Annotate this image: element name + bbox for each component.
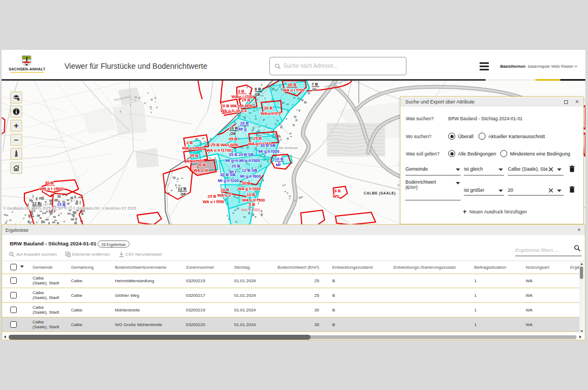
svg-text:CALBE (SAALE): CALBE (SAALE) [364,191,396,196]
svg-text:30 B: 30 B [45,180,54,185]
svg-text:GE: GE [180,192,186,197]
svg-text:MI g: MI g [238,127,247,132]
svg-text:WA o II f1700: WA o II f1700 [206,148,231,153]
svg-text:2 B: 2 B [186,140,193,145]
svg-text:12 B: 12 B [32,201,41,206]
svg-text:WS: WS [333,194,339,199]
svg-text:GI: GI [312,87,316,92]
svg-text:MI g≡II MI g II f300: MI g≡II MI g II f300 [225,158,260,163]
svg-text:WA o II -III 0.4: WA o II -III 0.4 [221,108,247,113]
svg-text:MI g II f300: MI g II f300 [259,149,279,154]
svg-text:25 B: 25 B [208,194,216,199]
svg-text:12 B: 12 B [178,186,186,191]
svg-text:WA g II f300: WA g II f300 [238,186,261,191]
svg-text:WR ö I ‡f600: WR ö I ‡f600 [40,186,64,191]
svg-text:20 B: 20 B [240,121,249,126]
svg-text:20 B: 20 B [221,187,229,192]
svg-text:WA II f850: WA II f850 [241,207,260,212]
svg-text:6 B: 6 B [255,87,261,92]
svg-text:30 B SB: 30 B SB [220,172,236,177]
svg-text:MI g II f800: MI g II f800 [240,174,261,179]
svg-text:WA o I f500: WA o I f500 [182,146,204,151]
svg-text:WA o V: WA o V [217,193,231,198]
svg-text:Mf: Mf [276,162,281,167]
svg-text:GE: GE [255,92,261,97]
svg-text:30 B: 30 B [242,181,250,186]
svg-text:WA o II 0.9: WA o II 0.9 [261,111,281,116]
svg-text:35 B 24 B SB: 35 B 24 B SB [229,152,254,157]
svg-text:WA o I f700: WA o I f700 [283,88,305,93]
svg-text:12 B SB: 12 B SB [242,168,257,173]
svg-text:25 B WA I f450: 25 B WA I f450 [211,142,238,147]
svg-text:8 B: 8 B [334,188,341,193]
svg-text:5 B: 5 B [249,202,255,207]
svg-text:35 B: 35 B [190,153,198,158]
svg-text:GE: GE [230,131,236,136]
svg-text:7 B: 7 B [312,82,318,87]
svg-text:30 B: 30 B [197,162,206,167]
svg-text:WA o I f550: WA o I f550 [203,199,224,204]
svg-text:20 B: 20 B [231,164,240,168]
svg-text:WA o III: WA o III [193,168,208,173]
svg-text:3 B: 3 B [238,89,244,94]
svg-text:25 B: 25 B [253,136,262,141]
svg-text:45 B: 45 B [229,136,237,141]
svg-text:MI g II f200: MI g II f200 [218,178,238,183]
svg-text:30 B: 30 B [288,82,296,87]
svg-text:10 B: 10 B [275,157,283,161]
svg-text:10 B: 10 B [247,192,255,197]
svg-text:30 B: 30 B [264,106,273,110]
svg-text:10 B: 10 B [229,126,238,131]
svg-text:20 B WA o II f850: 20 B WA o II f850 [221,103,253,108]
svg-text:30 B SB: 30 B SB [260,143,276,148]
svg-text:© GeoBasis-DE / BKG 2025 CC BY: © GeoBasis-DE / BKG 2025 CC BY 4.0 | © G… [3,206,136,211]
svg-text:Alte Schleuse: Alte Schleuse [277,146,298,150]
svg-text:25 B: 25 B [242,98,250,102]
